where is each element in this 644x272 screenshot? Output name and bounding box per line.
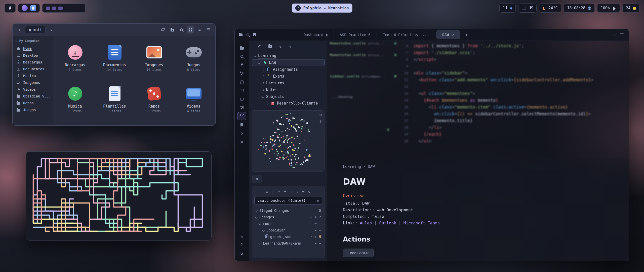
git-row-changes[interactable]: Changes↶+2 (254, 214, 322, 220)
chevron-right-icon[interactable] (261, 68, 264, 71)
notifications-module[interactable]: 24 (622, 4, 639, 13)
plus-action-icon[interactable]: + (315, 215, 317, 219)
tree-item-daw[interactable]: DAW (252, 59, 325, 66)
commit-message-input[interactable]: vault backup: {{date}} ⊗ (254, 196, 322, 205)
folder-musica[interactable]: ♪Musica6 items (55, 81, 95, 122)
now-playing-widget[interactable]: ♪ Polyphia - Neurotica (292, 4, 352, 13)
sidebar-item-obsidian-v-[interactable]: Obsidian V... (15, 93, 51, 99)
plus-action-icon[interactable]: + (319, 228, 321, 232)
activity-tools-button[interactable] (237, 138, 246, 146)
undo-action-icon[interactable]: ↶ (310, 235, 312, 239)
graph-filter-button[interactable] (319, 120, 322, 123)
dash-action-icon[interactable]: — (315, 209, 317, 213)
activity-finance-button[interactable]: $ (237, 129, 246, 138)
undo-action-icon[interactable]: ↶ (315, 222, 317, 226)
note-breadcrumb[interactable]: Learning / DAW (343, 164, 606, 169)
chevron-down-icon[interactable] (258, 61, 260, 64)
menu-button[interactable] (205, 26, 212, 33)
graph-settings-button[interactable]: ⚙ (319, 113, 322, 117)
sidebar-item-descargas[interactable]: Descargas (15, 59, 51, 65)
forward-button[interactable]: › (48, 26, 55, 33)
sidebar-item-videos[interactable]: Videos (15, 86, 51, 93)
pull-button[interactable]: ↓ (296, 189, 298, 194)
chevron-down-icon[interactable] (258, 222, 261, 225)
undo-action-icon[interactable]: ↶ (310, 215, 312, 219)
new-folder-button[interactable] (169, 26, 176, 33)
note-link-aules[interactable]: Aules (360, 221, 372, 225)
window-chip[interactable] (52, 7, 56, 10)
change-list-button[interactable]: ≡ (302, 189, 304, 194)
quick-search-button[interactable] (247, 32, 249, 37)
commit-provider-button[interactable]: ◎ (266, 189, 268, 194)
collapse-all-button[interactable]: « (289, 44, 291, 49)
tab-list-chevron-icon[interactable] (613, 33, 616, 36)
tab-daw[interactable]: DAW× (436, 30, 460, 39)
folder-documentos[interactable]: Documentos14 items (95, 40, 134, 81)
folder-juegos[interactable]: Juegos8 items (174, 40, 213, 81)
tree-item-desarrollo-cliente[interactable]: Desarrollo-Cliente (252, 100, 325, 107)
tree-item-assignments[interactable]: Assignments (252, 66, 325, 73)
keyboard-layout-module[interactable]: US (518, 4, 537, 13)
sidebar-item-documentos[interactable]: Documentos (15, 65, 51, 72)
sort-order-button[interactable]: ⇅ (279, 44, 281, 49)
window-chip[interactable] (58, 7, 63, 10)
chevron-right-icon[interactable] (261, 75, 264, 78)
preview-toggle-button[interactable] (159, 26, 167, 33)
breadcrumb[interactable]: matt (25, 26, 46, 34)
activity-settings-button[interactable]: ⚙ (237, 250, 246, 258)
graph-canvas[interactable] (252, 111, 325, 171)
new-note-button[interactable] (257, 44, 261, 49)
chevron-down-icon[interactable] (253, 54, 256, 57)
refresh-button[interactable]: ↻ (308, 189, 310, 194)
list-view-button[interactable]: ≡ (196, 26, 203, 33)
sidebar-item-home[interactable]: Home (15, 45, 51, 52)
chevron-down-icon[interactable] (261, 95, 264, 98)
activity-bookmarks-button[interactable] (237, 121, 246, 129)
plus-action-icon[interactable]: + (315, 235, 317, 239)
tree-item-exams[interactable]: !Exams (252, 73, 325, 80)
clear-message-icon[interactable]: ⊗ (316, 198, 319, 203)
git-row-staged-changes[interactable]: Staged Changes—0 (254, 207, 322, 214)
tree-item-lectures[interactable]: Lectures (252, 80, 325, 86)
folder-videos[interactable]: Videos4 items (174, 81, 213, 122)
sidebar-item-desktop[interactable]: Desktop (15, 52, 51, 59)
activity-sync-button[interactable]: ◎ (237, 232, 246, 241)
git-row-root[interactable]: root↶+ (254, 220, 322, 227)
sidebar-item-imagenes[interactable]: Imagenes (15, 79, 51, 86)
sidebar-item-musica[interactable]: ♪Musica (15, 72, 51, 79)
plus-action-icon[interactable]: + (319, 222, 321, 226)
activity-book-button[interactable] (237, 95, 246, 103)
sidebar-item-juegos[interactable]: Juegos (15, 106, 51, 113)
new-tab-button[interactable]: + (461, 32, 471, 38)
chevron-right-icon[interactable] (261, 82, 264, 84)
bookmarks-button[interactable] (253, 32, 256, 37)
folder-descargas[interactable]: ↓Descargas2 items (55, 40, 95, 81)
notes-button[interactable] (30, 5, 36, 11)
activity-terminal-button[interactable] (237, 86, 246, 95)
activity-help-button[interactable]: ? (237, 241, 246, 249)
chevron-down-icon[interactable] (255, 209, 258, 212)
tab-dashboard[interactable]: Dashboard (298, 29, 334, 41)
tree-item-subjects[interactable]: Subjects (252, 93, 325, 100)
git-row--obsidian[interactable]: .obsidian↶+ (254, 227, 322, 233)
plus-action-icon[interactable]: + (319, 241, 321, 245)
chevron-down-icon[interactable] (262, 229, 265, 231)
undo-action-icon[interactable]: ↶ (315, 241, 317, 245)
clock-module[interactable]: 18:08:28 (564, 4, 595, 13)
new-folder-button[interactable] (268, 44, 272, 49)
activity-graph-button[interactable] (237, 69, 246, 78)
split-layout-icon[interactable] (620, 33, 624, 36)
sidebar-section-title[interactable]: My Computer (15, 39, 51, 45)
undo-action-icon[interactable]: ↶ (315, 228, 317, 232)
chevron-right-icon[interactable] (265, 102, 268, 105)
git-row-graph-json[interactable]: graph.json↶+M (254, 233, 322, 240)
activity-git-button[interactable] (237, 112, 246, 120)
tab-asp-practice-6[interactable]: ASP Practice 6 (334, 29, 377, 41)
activity-search-button[interactable] (237, 52, 246, 60)
search-button[interactable] (178, 26, 185, 33)
activity-calendar-button[interactable] (237, 78, 246, 86)
commit-button[interactable]: ✓ (272, 189, 274, 194)
window-count-module[interactable]: 11◉ (499, 4, 516, 13)
avatar-button[interactable] (22, 5, 28, 11)
tab-tema-6-pr-cticas-[interactable]: Tema 6 Prácticas -... (377, 29, 435, 41)
